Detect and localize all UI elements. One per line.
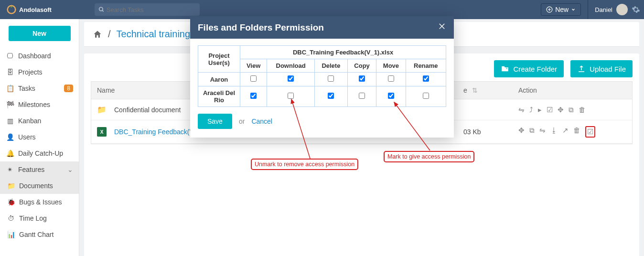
label: Projects <box>18 68 43 76</box>
check-icon[interactable]: ☑ <box>547 106 553 114</box>
folder-icon: 📁 <box>97 105 107 114</box>
modal-actions: Save or Cancel <box>198 114 446 129</box>
cb-araceli-copy[interactable] <box>359 93 365 99</box>
avatar <box>616 4 628 15</box>
th-download: Download <box>267 59 315 73</box>
sidebar-item-bugs[interactable]: 🐞Bugs & Issues <box>0 194 79 210</box>
download-icon[interactable]: ⭳ <box>550 126 558 138</box>
sidebar-item-features[interactable]: ✴Features⌄ <box>0 161 79 178</box>
modal-header: Files and Folders Permission <box>190 16 454 39</box>
copy-icon[interactable]: ⧉ <box>569 106 574 114</box>
sidebar-item-tasks[interactable]: 📋Tasks8 <box>0 80 79 96</box>
permissions-modal: Files and Folders Permission Project Use… <box>190 16 454 138</box>
excel-icon: X <box>97 127 107 137</box>
chevron-down-icon <box>571 7 576 12</box>
label: Kanban <box>18 117 41 125</box>
folder-icon: 📁 <box>7 182 15 190</box>
move-icon[interactable]: ▸ <box>538 106 542 114</box>
sidebar-item-daily[interactable]: 🔔Daily Catch-Up <box>0 145 79 161</box>
sidebar-item-projects[interactable]: 🗄Projects <box>0 64 79 80</box>
move-out-icon[interactable]: ↗ <box>562 126 569 138</box>
or-text: or <box>239 117 245 125</box>
permission-icon[interactable]: ☑ <box>585 126 595 138</box>
svg-point-1 <box>11 6 12 8</box>
brand-logo[interactable]: Andolasoft <box>7 5 52 14</box>
file-name: Confidential document <box>114 106 181 114</box>
svg-line-3 <box>102 11 104 12</box>
briefcase-icon: 🗄 <box>6 68 14 76</box>
gear-icon[interactable] <box>632 5 640 14</box>
sidebar-item-gantt[interactable]: 📊Gantt Chart <box>0 226 79 243</box>
th-filename: DBC_Training Feedback(V_1).xlsx <box>240 46 446 59</box>
label: Tasks <box>18 85 35 92</box>
cb-araceli-delete[interactable] <box>328 93 334 99</box>
svg-text:+: + <box>506 66 508 71</box>
label: Documents <box>19 182 53 190</box>
clock-icon: ⏱ <box>7 214 15 222</box>
export-icon[interactable]: ⤴ <box>529 106 533 114</box>
cb-aaron-move[interactable] <box>388 75 394 82</box>
file-size <box>458 106 513 114</box>
row-actions: ✥ ⧉ ⇋ ⭳ ↗ 🗑 ☑ <box>518 126 595 138</box>
sidebar-new-button[interactable]: New <box>9 26 71 41</box>
drag-icon[interactable]: ✥ <box>558 106 564 114</box>
create-folder-button[interactable]: + Create Folder <box>494 60 564 77</box>
search-input[interactable] <box>107 6 196 13</box>
annotation-mark: Mark to give access permission <box>384 151 474 162</box>
label: Create Folder <box>513 65 557 73</box>
cb-aaron-delete[interactable] <box>328 75 334 82</box>
plus-circle-icon <box>546 6 553 13</box>
sidebar: New 🖵Dashboard 🗄Projects 📋Tasks8 🏁Milest… <box>0 19 79 256</box>
th-project-users: Project User(s) <box>198 46 240 73</box>
sidebar-item-milestones[interactable]: 🏁Milestones <box>0 96 79 113</box>
sidebar-item-documents[interactable]: 📁Documents <box>0 178 79 194</box>
cb-aaron-view[interactable] <box>250 75 257 82</box>
folder-plus-icon: + <box>501 64 509 73</box>
cb-araceli-download[interactable] <box>288 93 294 99</box>
trash-icon[interactable]: 🗑 <box>573 126 580 138</box>
cb-aaron-download[interactable] <box>288 75 294 82</box>
save-button[interactable]: Save <box>198 114 232 129</box>
sidebar-item-timelog[interactable]: ⏱Time Log <box>0 210 79 226</box>
clipboard-icon: 📋 <box>6 85 14 92</box>
sidebar-item-dashboard[interactable]: 🖵Dashboard <box>0 48 79 64</box>
monitor-icon: 🖵 <box>6 52 14 60</box>
th-view: View <box>240 59 267 73</box>
file-size: 03 Kb <box>458 124 513 139</box>
bug-icon: 🐞 <box>7 198 15 206</box>
th-copy: Copy <box>347 59 376 73</box>
trash-icon[interactable]: 🗑 <box>579 106 586 114</box>
brand-text: Andolasoft <box>19 6 52 13</box>
cb-aaron-copy[interactable] <box>359 75 365 82</box>
modal-body: Project User(s) DBC_Training Feedback(V_… <box>190 39 454 138</box>
cancel-link[interactable]: Cancel <box>251 117 272 125</box>
new-dropdown-button[interactable]: New <box>541 3 581 16</box>
drag-icon[interactable]: ✥ <box>518 126 525 138</box>
close-icon[interactable] <box>438 22 446 33</box>
svg-point-2 <box>99 7 102 11</box>
col-size[interactable]: e⇅ <box>458 82 513 99</box>
share-icon[interactable]: ⇋ <box>518 106 525 114</box>
home-icon[interactable] <box>93 30 102 39</box>
logo-icon <box>7 5 16 14</box>
chart-icon: 📊 <box>7 231 15 238</box>
sidebar-item-users[interactable]: 👤Users <box>0 129 79 145</box>
search-box[interactable] <box>95 3 200 16</box>
cb-aaron-rename[interactable] <box>423 75 429 82</box>
flag-icon: 🏁 <box>6 101 14 108</box>
new-label: New <box>555 6 569 13</box>
divider <box>588 0 588 19</box>
user-menu[interactable]: Daniel <box>595 4 640 15</box>
cb-araceli-view[interactable] <box>250 93 257 99</box>
cb-araceli-rename[interactable] <box>423 93 429 99</box>
cb-araceli-move[interactable] <box>388 93 394 99</box>
sidebar-item-kanban[interactable]: ▥Kanban <box>0 113 79 129</box>
copy-icon[interactable]: ⧉ <box>529 126 535 138</box>
share-icon[interactable]: ⇋ <box>539 126 546 138</box>
label: Upload File <box>590 65 626 73</box>
breadcrumb-project[interactable]: Technical training to <box>117 29 201 40</box>
annotation-unmark: Unmark to remove access permission <box>251 159 358 170</box>
label: Milestones <box>18 101 50 108</box>
upload-file-button[interactable]: Upload File <box>570 60 633 77</box>
th-delete: Delete <box>314 59 347 73</box>
